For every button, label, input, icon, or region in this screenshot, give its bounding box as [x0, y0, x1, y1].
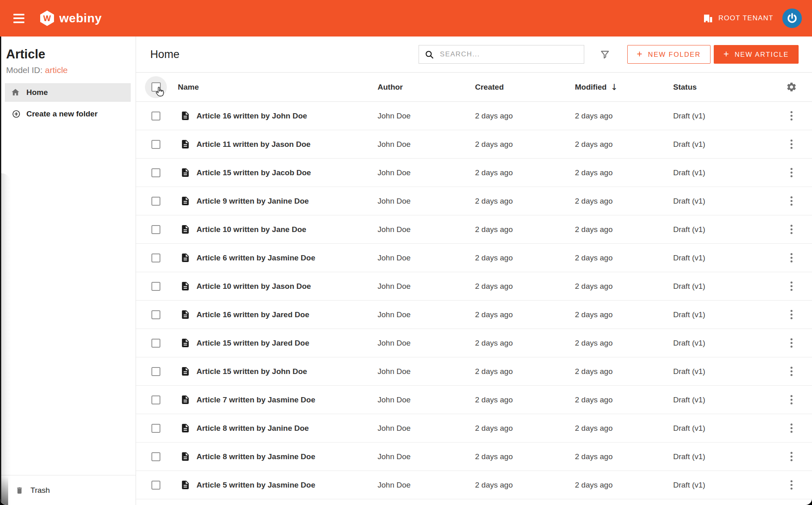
trash-label: Trash — [30, 486, 50, 495]
filter-button[interactable] — [596, 46, 613, 63]
plus-icon: + — [723, 49, 730, 59]
table-row[interactable]: Article 8 written by Jasmine Doe John Do… — [136, 443, 812, 471]
entry-created: 2 days ago — [475, 481, 575, 490]
row-actions-menu[interactable] — [788, 393, 795, 407]
entry-created: 2 days ago — [475, 168, 575, 177]
row-actions-menu[interactable] — [788, 478, 795, 492]
search-input[interactable] — [439, 50, 578, 59]
table-row[interactable]: Article 9 written by Janine Doe John Doe… — [136, 187, 812, 215]
row-actions-menu[interactable] — [788, 336, 795, 350]
circle-plus-icon — [12, 110, 21, 118]
table-row[interactable]: Article 10 written by Jane Doe John Doe … — [136, 215, 812, 244]
row-checkbox[interactable] — [151, 424, 160, 433]
row-checkbox[interactable] — [151, 282, 160, 291]
entry-status: Draft (v1) — [673, 225, 771, 234]
row-checkbox[interactable] — [151, 339, 160, 348]
gear-icon — [786, 82, 797, 92]
hand-cursor-icon — [155, 87, 164, 100]
column-header-created[interactable]: Created — [475, 83, 575, 92]
table-row[interactable]: Article 7 written by Jasmine Doe John Do… — [136, 386, 812, 414]
row-actions-menu[interactable] — [788, 421, 795, 435]
column-settings-button[interactable] — [771, 82, 812, 92]
entry-name: Article 11 written by Jason Doe — [197, 140, 311, 149]
entry-author: John Doe — [378, 112, 475, 120]
row-checkbox[interactable] — [151, 395, 160, 404]
row-actions-menu[interactable] — [788, 109, 795, 123]
row-actions-menu[interactable] — [788, 137, 795, 151]
create-folder-button[interactable]: Create a new folder — [5, 105, 131, 123]
table-row[interactable]: Article 15 written by John Doe John Doe … — [136, 357, 812, 386]
row-checkbox[interactable] — [151, 168, 160, 177]
entry-name: Article 15 written by John Doe — [197, 367, 307, 376]
row-checkbox[interactable] — [151, 452, 160, 461]
entry-name: Article 15 written by Jared Doe — [197, 339, 309, 348]
entry-status: Draft (v1) — [673, 367, 771, 376]
row-actions-menu[interactable] — [788, 307, 795, 322]
document-icon — [180, 195, 190, 207]
sidebar: Article Model ID: article Home Cre — [0, 37, 136, 505]
new-folder-button[interactable]: + NEW FOLDER — [627, 45, 710, 64]
table-row[interactable]: Article 15 written by Jacob Doe John Doe… — [136, 159, 812, 187]
table-row[interactable]: Article 5 written by Jasmine Doe John Do… — [136, 471, 812, 499]
entry-modified: 2 days ago — [575, 310, 673, 319]
table-row[interactable]: Article 6 written by Jasmine Doe John Do… — [136, 244, 812, 272]
row-actions-menu[interactable] — [788, 364, 795, 378]
trash-button[interactable]: Trash — [0, 475, 136, 505]
drawer-shadow — [1, 173, 11, 505]
entry-name: Article 9 written by Janine Doe — [197, 197, 309, 206]
table-row[interactable]: Article 11 written by Jason Doe John Doe… — [136, 130, 812, 159]
column-header-modified[interactable]: Modified ↓ — [575, 82, 673, 92]
search-box — [419, 45, 584, 64]
row-actions-menu[interactable] — [788, 251, 795, 265]
row-checkbox[interactable] — [151, 254, 160, 262]
new-article-label: NEW ARTICLE — [734, 51, 789, 58]
entry-status: Draft (v1) — [673, 197, 771, 206]
table-row[interactable]: Article 16 written by Jared Doe John Doe… — [136, 301, 812, 329]
select-all-hover-halo — [145, 76, 167, 98]
document-icon — [180, 337, 190, 349]
row-actions-menu[interactable] — [788, 194, 795, 208]
entry-modified: 2 days ago — [575, 452, 673, 461]
row-actions-menu[interactable] — [788, 165, 795, 180]
row-checkbox[interactable] — [151, 367, 160, 376]
row-actions-menu[interactable] — [788, 449, 795, 464]
table-row[interactable]: Article 16 written by John Doe John Doe … — [136, 102, 812, 130]
user-avatar[interactable] — [782, 9, 802, 28]
sort-desc-icon: ↓ — [611, 82, 618, 92]
entry-created: 2 days ago — [475, 225, 575, 234]
search-icon — [425, 50, 434, 59]
entry-created: 2 days ago — [475, 282, 575, 291]
entry-author: John Doe — [378, 310, 475, 319]
entry-modified: 2 days ago — [575, 282, 673, 291]
webiny-hexagon-icon: W — [40, 11, 54, 26]
row-actions-menu[interactable] — [788, 279, 795, 293]
table-row[interactable]: Article 8 written by Janine Doe John Doe… — [136, 414, 812, 443]
column-header-author[interactable]: Author — [378, 83, 475, 92]
app-bar: W webiny ROOT TENANT — [0, 0, 812, 37]
entry-modified: 2 days ago — [575, 112, 673, 120]
column-header-name[interactable]: Name — [176, 83, 378, 92]
entry-name: Article 10 written by Jane Doe — [197, 225, 306, 234]
column-header-status[interactable]: Status — [673, 83, 771, 92]
row-checkbox[interactable] — [151, 197, 160, 206]
window-left-edge — [0, 37, 1, 505]
new-article-button[interactable]: + NEW ARTICLE — [714, 45, 799, 64]
row-checkbox[interactable] — [151, 310, 160, 319]
row-actions-menu[interactable] — [788, 222, 795, 236]
menu-icon[interactable] — [13, 14, 24, 23]
entry-status: Draft (v1) — [673, 339, 771, 348]
sidebar-item-home[interactable]: Home — [5, 83, 131, 102]
entry-status: Draft (v1) — [673, 112, 771, 120]
model-title: Article — [6, 47, 130, 62]
entry-name: Article 8 written by Janine Doe — [197, 424, 309, 433]
entry-status: Draft (v1) — [673, 424, 771, 433]
main-content: Home + NEW FOLDER — [136, 37, 812, 505]
table-row[interactable]: Article 10 written by Jason Doe John Doe… — [136, 272, 812, 301]
row-checkbox[interactable] — [151, 112, 160, 120]
row-checkbox[interactable] — [151, 225, 160, 234]
new-folder-label: NEW FOLDER — [648, 51, 701, 58]
tenant-selector[interactable]: ROOT TENANT — [703, 14, 773, 23]
table-row[interactable]: Article 15 written by Jared Doe John Doe… — [136, 329, 812, 357]
row-checkbox[interactable] — [151, 140, 160, 149]
row-checkbox[interactable] — [151, 481, 160, 490]
